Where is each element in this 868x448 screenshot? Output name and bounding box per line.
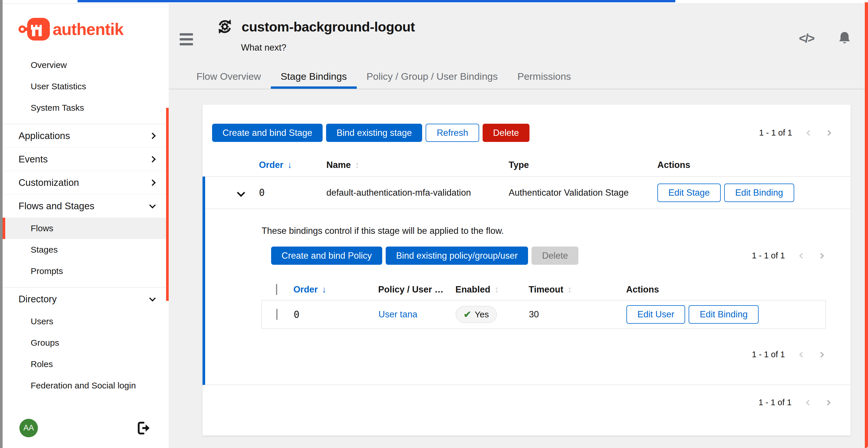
stage-binding-row: 0 default-authentication-mfa-validation …	[205, 177, 850, 209]
row-checkbox[interactable]	[276, 309, 277, 320]
sidebar-item-overview[interactable]: Overview	[3, 54, 169, 76]
sidebar-item-label: System Tasks	[31, 103, 84, 113]
policy-delete-button[interactable]: Delete	[531, 246, 578, 265]
sidebar-item-stages[interactable]: Stages	[3, 239, 169, 261]
sidebar-item-label: Federation and Social login	[31, 381, 136, 390]
sidebar: authentik Overview User Statistics Syste…	[3, 4, 169, 448]
check-icon: ✔	[464, 309, 471, 320]
hamburger-menu-icon[interactable]	[180, 33, 193, 53]
column-enabled[interactable]: Enabled↕	[456, 284, 529, 295]
column-timeout[interactable]: Timeout↕	[529, 284, 626, 295]
window-right-scrollbar[interactable]	[865, 2, 868, 448]
tab-permissions[interactable]: Permissions	[507, 64, 581, 89]
create-and-bind-policy-button[interactable]: Create and bind Policy	[271, 246, 382, 265]
sidebar-item-label: Prompts	[31, 266, 63, 276]
sidebar-section-label: Flows and Stages	[19, 201, 94, 212]
sidebar-section-flows-and-stages[interactable]: Flows and Stages	[3, 194, 169, 218]
pagination-label: 1 - 1 of 1	[752, 350, 785, 359]
tab-label: Flow Overview	[196, 71, 261, 82]
pagination-prev-icon[interactable]	[799, 352, 805, 357]
sidebar-footer: AA	[3, 412, 169, 448]
sidebar-item-user-statistics[interactable]: User Statistics	[3, 76, 169, 97]
tab-stage-bindings[interactable]: Stage Bindings	[271, 64, 357, 89]
sidebar-section-label: Directory	[19, 294, 57, 305]
sidebar-section-customization[interactable]: Customization	[3, 171, 169, 194]
sidebar-item-prompts[interactable]: Prompts	[3, 261, 169, 282]
sort-desc-icon: ↓	[322, 284, 327, 295]
policy-pagination-top: 1 - 1 of 1	[752, 251, 823, 261]
enabled-badge: ✔ Yes	[456, 306, 497, 323]
edit-binding-button[interactable]: Edit Binding	[689, 305, 758, 324]
pagination-prev-icon[interactable]	[799, 253, 805, 259]
tab-flow-overview[interactable]: Flow Overview	[187, 64, 271, 89]
sidebar-section-applications[interactable]: Applications	[3, 124, 169, 147]
pagination-next-icon[interactable]	[826, 130, 831, 136]
pagination-next-icon[interactable]	[825, 400, 831, 406]
pagination-next-icon[interactable]	[818, 352, 824, 357]
column-actions: Actions	[626, 284, 826, 295]
pagination-prev-icon[interactable]	[806, 130, 812, 136]
sidebar-item-roles[interactable]: Roles	[3, 353, 169, 375]
tab-bar: Flow Overview Stage Bindings Policy / Gr…	[169, 64, 865, 89]
main-area: custom-background-logout What next? </> …	[169, 4, 865, 448]
chevron-right-icon	[149, 133, 156, 139]
stage-pagination-top: 1 - 1 of 1	[759, 128, 830, 138]
sidebar-section-label: Customization	[19, 177, 79, 188]
sidebar-item-label: Flows	[31, 223, 53, 233]
sidebar-item-flows[interactable]: Flows	[3, 218, 169, 239]
sort-icon: ↕	[567, 284, 572, 295]
sidebar-section-directory[interactable]: Directory	[3, 287, 169, 311]
authentik-logo-icon	[19, 17, 51, 42]
column-type: Type	[509, 160, 657, 170]
avatar[interactable]: AA	[20, 419, 38, 437]
chevron-down-icon	[149, 202, 156, 209]
window-left-edge	[0, 0, 3, 448]
sidebar-item-label: Groups	[31, 338, 59, 348]
stage-toolbar: Create and bind Stage Bind existing stag…	[203, 105, 850, 142]
edit-stage-button[interactable]: Edit Stage	[657, 183, 721, 202]
user-link[interactable]: User tana	[378, 309, 417, 319]
chevron-right-icon	[149, 156, 156, 163]
stage-name-cell: default-authentication-mfa-validation	[327, 187, 509, 198]
refresh-button[interactable]: Refresh	[426, 124, 479, 142]
authentik-logo[interactable]: authentik	[3, 4, 169, 54]
edit-binding-button[interactable]: Edit Binding	[724, 183, 794, 202]
chevron-down-icon	[149, 295, 156, 302]
tab-label: Stage Bindings	[281, 71, 347, 82]
api-code-icon[interactable]: </>	[799, 32, 814, 45]
pagination-prev-icon[interactable]	[806, 400, 812, 406]
bind-existing-policy-button[interactable]: Bind existing policy/group/user	[386, 246, 528, 265]
delete-button[interactable]: Delete	[483, 124, 529, 142]
column-order[interactable]: Order↓	[293, 284, 378, 295]
window-top-strip	[0, 0, 868, 4]
tab-policy-group-user-bindings[interactable]: Policy / Group / User Bindings	[357, 64, 508, 89]
create-and-bind-stage-button[interactable]: Create and bind Stage	[212, 124, 322, 142]
brand-name: authentik	[53, 20, 123, 39]
pagination-next-icon[interactable]	[818, 253, 824, 259]
pagination-label: 1 - 1 of 1	[759, 128, 792, 138]
row-expander-icon[interactable]	[237, 188, 245, 197]
sidebar-section-events[interactable]: Events	[3, 147, 169, 171]
column-name[interactable]: Name↕	[327, 160, 509, 170]
sidebar-scrollbar-thumb[interactable]	[166, 108, 169, 301]
column-policy-user: Policy / User …	[378, 284, 456, 295]
policy-table: Order↓ Policy / User … Enabled↕ Timeout↕…	[261, 279, 826, 329]
column-order[interactable]: Order↓	[259, 160, 327, 170]
sidebar-item-label: Users	[31, 316, 53, 326]
bind-existing-stage-button[interactable]: Bind existing stage	[326, 124, 422, 142]
sort-desc-icon: ↓	[287, 160, 292, 170]
select-all-checkbox[interactable]	[276, 284, 277, 295]
sign-out-icon[interactable]	[136, 421, 151, 435]
sidebar-item-system-tasks[interactable]: System Tasks	[3, 97, 169, 118]
sidebar-item-federation[interactable]: Federation and Social login	[3, 375, 169, 396]
notification-bell-icon[interactable]	[836, 30, 852, 46]
sidebar-section-label: Events	[19, 154, 48, 165]
sidebar-item-users[interactable]: Users	[3, 311, 169, 332]
sidebar-item-groups[interactable]: Groups	[3, 332, 169, 353]
stage-bindings-card: Create and bind Stage Bind existing stag…	[203, 105, 850, 436]
sort-icon: ↕	[494, 284, 499, 295]
enabled-label: Yes	[475, 310, 489, 319]
policy-panel-description: These bindings control if this stage wil…	[261, 226, 823, 236]
policy-binding-row: 0 User tana ✔ Yes 30 Edit User	[261, 300, 826, 329]
edit-user-button[interactable]: Edit User	[626, 305, 685, 324]
